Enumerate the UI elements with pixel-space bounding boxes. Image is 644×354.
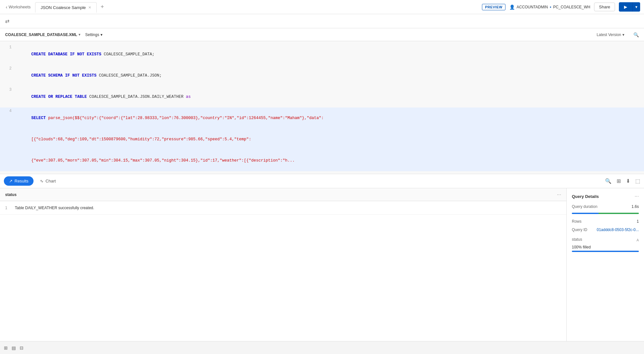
tab-label: JSON Coalesce Sample: [41, 5, 86, 10]
settings-button[interactable]: Settings ▾: [85, 33, 102, 37]
code-line-3: 3 CREATE OR REPLACE TABLE COALESCE_SAMPL…: [0, 86, 644, 107]
warehouse-name: PC_COALESCE_WH: [553, 5, 590, 9]
run-button-group: ▶ ▾: [619, 2, 640, 12]
row-cell-status: Table DAILY_WEATHER successfully created…: [15, 206, 561, 210]
query-details-title: Query Details: [572, 194, 599, 199]
code-line-2: 2 CREATE SCHEMA IF NOT EXISTS COALESCE_S…: [0, 65, 644, 86]
code-content-4: SELECT parse_json($${"city":{"coord":{"l…: [17, 107, 640, 129]
results-tabs-bar: ↗ Results ∿ Chart 🔍 ⊞ ⬇ ⬚: [0, 174, 644, 188]
database-selector[interactable]: COALESCE_SAMPLE_DATABASE.XML ▾: [5, 33, 80, 37]
progress-green: [599, 213, 639, 214]
status-section: status A 100% filled: [572, 237, 639, 252]
column-options-icon[interactable]: ···: [557, 192, 561, 198]
results-tab-button[interactable]: ↗ Results: [4, 176, 34, 186]
status-progress-bar: [572, 251, 639, 252]
chevron-down-icon: ▾: [635, 5, 638, 9]
rows-label: Rows: [572, 219, 582, 224]
line-number-1: 1: [4, 44, 12, 51]
line-number-3: 3: [4, 86, 12, 93]
editor-header: COALESCE_SAMPLE_DATABASE.XML ▾ Settings …: [0, 28, 644, 41]
chart-tab-button[interactable]: ∿ Chart: [36, 176, 60, 186]
row-number: 1: [5, 206, 15, 210]
code-line-6: {"eve":307.05,"morn":307.05,"min":304.15…: [0, 150, 644, 171]
rows-value: 1: [637, 219, 639, 224]
code-line-1: 1 CREATE DATABASE IF NOT EXISTS COALESCE…: [0, 44, 644, 65]
layout-icon-1[interactable]: ⊞: [4, 345, 8, 350]
progress-blue: [572, 213, 599, 214]
settings-label: Settings: [85, 33, 99, 37]
top-right-area: PREVIEW 👤 ACCOUNTADMIN • PC_COALESCE_WH …: [482, 2, 640, 12]
code-editor[interactable]: 1 CREATE DATABASE IF NOT EXISTS COALESCE…: [0, 41, 644, 174]
run-dropdown-button[interactable]: ▾: [632, 2, 640, 12]
status-label: status: [572, 237, 582, 242]
column-header-status: status: [5, 192, 557, 197]
tab-close-icon: ✕: [88, 5, 91, 10]
layout-icon-2[interactable]: ▤: [12, 345, 16, 350]
query-id-label: Query ID: [572, 228, 587, 232]
table-row: 1 Table DAILY_WEATHER successfully creat…: [0, 201, 566, 215]
back-button[interactable]: ‹ Worksheets: [4, 3, 33, 11]
sort-icon[interactable]: A: [637, 238, 639, 242]
version-label: Latest Version: [597, 33, 621, 37]
status-header-row: status A: [572, 237, 639, 243]
download-icon[interactable]: ⬇: [626, 178, 630, 184]
keyword: CREATE SCHEMA IF NOT EXISTS: [31, 73, 99, 78]
results-arrow-icon: ↗: [9, 179, 13, 183]
settings-arrow-icon: ▾: [101, 33, 102, 37]
back-arrow-icon: ‹: [6, 5, 7, 10]
columns-icon[interactable]: ⊞: [617, 178, 621, 184]
run-icon: ▶: [624, 5, 627, 9]
results-panel: status ··· 1 Table DAILY_WEATHER success…: [0, 188, 567, 354]
code-content-5: [{"clouds":68,"deg":109,"dt":1500879600,…: [17, 129, 640, 150]
status-percent: 100% filled: [572, 245, 639, 249]
code-content-6: {"eve":307.05,"morn":307.05,"min":304.15…: [17, 150, 640, 171]
version-selector[interactable]: Latest Version ▾: [597, 33, 624, 37]
layout-icon-3[interactable]: ⊟: [20, 345, 24, 350]
keyword: CREATE DATABASE IF NOT EXISTS: [31, 52, 104, 57]
query-id-row: Query ID 01adddc8-0503-5f2c-0...: [572, 228, 639, 232]
add-tab-button[interactable]: +: [101, 4, 104, 10]
search-icon[interactable]: 🔍: [633, 32, 639, 37]
active-tab[interactable]: JSON Coalesce Sample ✕: [35, 2, 97, 13]
chart-line-icon: ∿: [40, 179, 43, 183]
results-label: Results: [14, 179, 28, 183]
table-header: status ···: [0, 188, 566, 201]
keyword: SELECT: [31, 116, 48, 120]
duration-progress-bar: [572, 213, 639, 214]
code-line-4: 4 SELECT parse_json($${"city":{"coord":{…: [0, 107, 644, 129]
code-content-1: CREATE DATABASE IF NOT EXISTS COALESCE_S…: [17, 44, 640, 65]
query-id-value[interactable]: 01adddc8-0503-5f2c-0...: [597, 228, 639, 232]
results-right-icons: 🔍 ⊞ ⬇ ⬚: [605, 178, 640, 184]
expand-icon[interactable]: ⬚: [635, 178, 640, 184]
run-button[interactable]: ▶: [619, 2, 632, 12]
bottom-bar: ⊞ ▤ ⊟: [0, 341, 644, 354]
query-details-header: Query Details ···: [572, 193, 639, 199]
search-results-icon[interactable]: 🔍: [605, 178, 611, 184]
line-number-2: 2: [4, 65, 12, 72]
code-content-3: CREATE OR REPLACE TABLE COALESCE_SAMPLE_…: [17, 86, 640, 107]
chart-label: Chart: [45, 179, 56, 183]
version-arrow-icon: ▾: [622, 33, 624, 37]
db-dropdown-icon: ▾: [79, 33, 80, 36]
line-number-4: 4: [4, 107, 12, 115]
share-button[interactable]: Share: [594, 3, 615, 11]
code-content-2: CREATE SCHEMA IF NOT EXISTS COALESCE_SAM…: [17, 65, 640, 86]
top-bar: ‹ Worksheets JSON Coalesce Sample ✕ + PR…: [0, 0, 644, 14]
query-details-options-icon[interactable]: ···: [635, 193, 639, 199]
rows-row: Rows 1: [572, 219, 639, 224]
code-line-5: [{"clouds":68,"deg":109,"dt":1500879600,…: [0, 129, 644, 150]
toolbar: ⇄: [0, 14, 644, 28]
main-content: status ··· 1 Table DAILY_WEATHER success…: [0, 188, 644, 354]
query-duration-row: Query duration 1.6s: [572, 204, 639, 209]
database-name: COALESCE_SAMPLE_DATABASE.XML: [5, 33, 77, 37]
account-icon: 👤: [509, 5, 515, 10]
query-details-panel: Query Details ··· Query duration 1.6s Ro…: [567, 188, 644, 354]
separator-dot: •: [550, 5, 551, 9]
back-label: Worksheets: [9, 5, 31, 9]
query-duration-value: 1.6s: [631, 204, 639, 209]
preview-button[interactable]: PREVIEW: [482, 4, 505, 10]
filter-icon[interactable]: ⇄: [5, 18, 9, 24]
account-name: ACCOUNTADMIN: [517, 5, 548, 9]
account-info: 👤 ACCOUNTADMIN • PC_COALESCE_WH: [509, 5, 591, 10]
keyword: CREATE OR REPLACE TABLE: [31, 95, 89, 99]
